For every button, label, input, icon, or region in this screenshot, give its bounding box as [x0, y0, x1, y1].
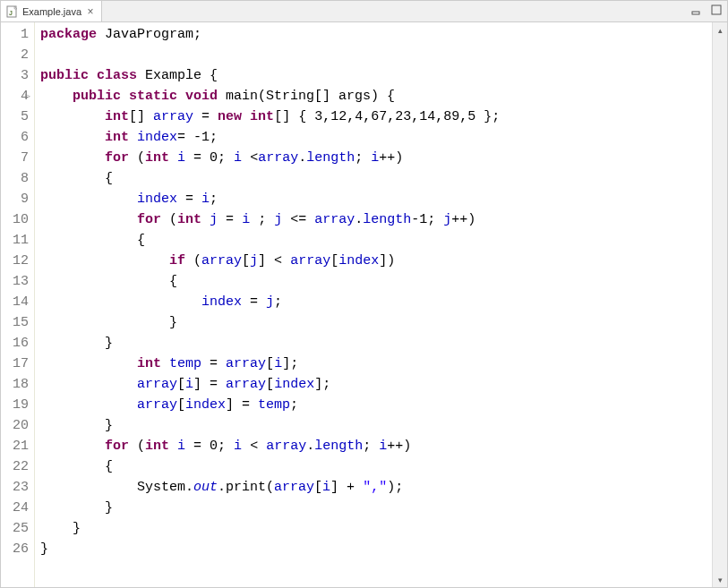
line-number: 2: [1, 45, 29, 65]
line-number: 10: [1, 209, 29, 230]
code-line: int index= -1;: [40, 127, 712, 148]
code-editor[interactable]: package JavaProgram;public class Example…: [35, 22, 712, 587]
code-line: {: [40, 168, 712, 189]
code-line: [40, 45, 712, 65]
code-line: }: [40, 518, 712, 539]
line-number: 22: [1, 456, 29, 477]
tab-bar: J Example.java ×: [1, 1, 727, 22]
code-line: public static void main(String[] args) {: [40, 86, 712, 107]
code-line: for (int i = 0; i < array.length; i++): [40, 436, 712, 456]
vertical-scrollbar[interactable]: ▴ ▾: [712, 22, 727, 587]
line-number: 3: [1, 65, 29, 86]
code-line: array[index] = temp;: [40, 395, 712, 415]
code-line: public class Example {: [40, 65, 712, 86]
line-number: 21: [1, 436, 29, 456]
line-number: 5: [1, 107, 29, 127]
java-file-icon: J: [6, 5, 19, 18]
svg-rect-3: [712, 5, 721, 14]
tab-filename: Example.java: [22, 6, 81, 17]
code-line: {: [40, 456, 712, 477]
code-line: }: [40, 415, 712, 436]
code-line: package JavaProgram;: [40, 24, 712, 45]
line-number: 20: [1, 415, 29, 436]
svg-text:J: J: [9, 10, 13, 16]
svg-rect-2: [692, 12, 699, 14]
code-line: }: [40, 539, 712, 559]
scroll-up-icon[interactable]: ▴: [713, 22, 727, 38]
code-line: int[] array = new int[] { 3,12,4,67,23,1…: [40, 107, 712, 127]
code-line: index = i;: [40, 189, 712, 209]
minimize-icon[interactable]: [689, 3, 704, 17]
code-line: }: [40, 498, 712, 518]
close-tab-icon[interactable]: ×: [85, 6, 96, 17]
line-number: 1: [1, 24, 29, 45]
code-line: array[i] = array[index];: [40, 374, 712, 395]
scroll-down-icon[interactable]: ▾: [713, 572, 727, 587]
line-number: 17: [1, 354, 29, 374]
line-number: 15: [1, 312, 29, 333]
line-number: 25: [1, 518, 29, 539]
line-number: 11: [1, 230, 29, 251]
line-number: 14: [1, 292, 29, 312]
code-line: int temp = array[i];: [40, 354, 712, 374]
code-line: for (int j = i ; j <= array.length-1; j+…: [40, 209, 712, 230]
code-line: System.out.print(array[i] + ",");: [40, 477, 712, 498]
code-line: }: [40, 312, 712, 333]
line-number: 9: [1, 189, 29, 209]
editor-area: 1234▷56789101112131415161718192021222324…: [1, 22, 727, 587]
line-number: 7: [1, 148, 29, 168]
code-line: {: [40, 230, 712, 251]
file-tab[interactable]: J Example.java ×: [1, 1, 102, 21]
code-line: index = j;: [40, 292, 712, 312]
line-number: 6: [1, 127, 29, 148]
line-number: 24: [1, 498, 29, 518]
code-line: {: [40, 271, 712, 292]
line-number: 18: [1, 374, 29, 395]
code-line: }: [40, 333, 712, 354]
code-line: if (array[j] < array[index]): [40, 251, 712, 271]
override-marker-icon: ▷: [26, 86, 30, 107]
line-number: 26: [1, 539, 29, 559]
line-number: 19: [1, 395, 29, 415]
line-number: 4▷: [1, 86, 29, 107]
line-number: 8: [1, 168, 29, 189]
maximize-icon[interactable]: [709, 3, 724, 17]
line-number: 13: [1, 271, 29, 292]
line-number-gutter: 1234▷56789101112131415161718192021222324…: [1, 22, 35, 587]
line-number: 16: [1, 333, 29, 354]
line-number: 23: [1, 477, 29, 498]
line-number: 12: [1, 251, 29, 271]
toolbar-right: [689, 3, 724, 17]
code-line: for (int i = 0; i <array.length; i++): [40, 148, 712, 168]
